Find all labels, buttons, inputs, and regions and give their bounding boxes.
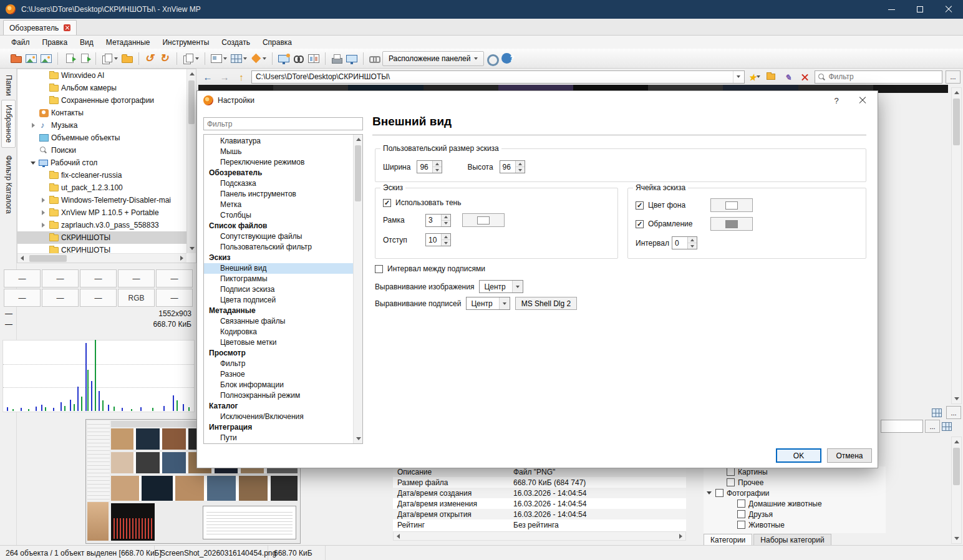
category-item[interactable]: Друзья: [704, 509, 886, 519]
share-button[interactable]: [367, 51, 382, 67]
frame-stepper[interactable]: 3: [425, 214, 451, 227]
print-button[interactable]: [329, 51, 344, 67]
grid-view-icon[interactable]: [942, 422, 952, 431]
settings-filter-input[interactable]: [203, 117, 363, 130]
settings-nav-item[interactable]: Цветовые метки: [204, 337, 353, 348]
settings-nav-scrollbar[interactable]: [353, 135, 362, 443]
forward-button[interactable]: [218, 70, 231, 84]
width-stepper[interactable]: 96: [417, 160, 442, 173]
edit-favorites-button[interactable]: [781, 70, 795, 84]
settings-nav-item[interactable]: Цвета подписей: [204, 295, 353, 306]
settings-nav-item[interactable]: Переключение режимов: [204, 157, 353, 168]
help-button[interactable]: [499, 51, 514, 67]
category-item[interactable]: Животные: [704, 519, 886, 530]
filter-search-box[interactable]: [815, 70, 942, 84]
settings-nav-item[interactable]: Полноэкранный режим: [204, 390, 353, 401]
category-checkbox[interactable]: [715, 489, 723, 497]
tree-item[interactable]: Альбом камеры: [17, 82, 186, 94]
scroll-left-button[interactable]: [17, 254, 27, 263]
dialog-close-button[interactable]: [854, 94, 871, 107]
category-checkbox[interactable]: [727, 468, 735, 476]
category-item[interactable]: Фотографии: [704, 488, 886, 498]
ok-button[interactable]: OK: [776, 448, 821, 463]
tree-item[interactable]: Музыка: [17, 119, 186, 132]
menu-metadata[interactable]: Метаданные: [100, 37, 157, 48]
border-color-button[interactable]: [710, 217, 753, 231]
tab-category-sets[interactable]: Наборы категорий: [753, 534, 831, 546]
file-info-row[interactable]: РейтингБез рейтинга: [393, 519, 686, 530]
viewer-button[interactable]: [24, 51, 39, 67]
thumbnail-size-button[interactable]: [209, 51, 229, 67]
tree-item[interactable]: ut_pack_1.2.3.100: [17, 181, 186, 194]
tree-item[interactable]: Рабочий стол: [17, 157, 186, 169]
more-button[interactable]: ...: [925, 420, 940, 433]
sidebar-tab-favorites[interactable]: Избранное: [1, 100, 16, 148]
settings-nav-item[interactable]: Интеграция: [204, 422, 353, 433]
tree-item[interactable]: СКРИНШОТЫ: [17, 231, 186, 244]
settings-nav-item[interactable]: Просмотр: [204, 348, 353, 359]
import-button[interactable]: [62, 51, 77, 67]
border-checkbox[interactable]: [636, 220, 644, 228]
scroll-up-button[interactable]: [952, 88, 961, 97]
settings-nav-item[interactable]: Внешний вид: [204, 263, 353, 274]
tree-vertical-scrollbar[interactable]: [186, 69, 196, 253]
batch-convert-button[interactable]: [181, 51, 201, 67]
chevron-right-icon[interactable]: [42, 223, 45, 228]
scrollbar-thumb[interactable]: [953, 448, 960, 485]
tab-browser[interactable]: Обозреватель: [3, 20, 77, 35]
fullscreen-button[interactable]: [39, 51, 54, 67]
more-button[interactable]: ...: [946, 406, 961, 419]
tab-close-icon[interactable]: [64, 24, 70, 31]
browser-button[interactable]: [9, 51, 24, 67]
category-item[interactable]: Прочее: [704, 477, 886, 488]
scroll-down-button[interactable]: [952, 394, 961, 403]
file-info-row[interactable]: Размер файла668.70 КиБ (684 747): [393, 477, 686, 488]
add-favorite-button[interactable]: [764, 70, 778, 84]
bg-color-checkbox[interactable]: [636, 201, 644, 210]
chevron-right-icon[interactable]: [42, 198, 45, 203]
cancel-button[interactable]: Отмена: [827, 448, 872, 463]
settings-nav-item[interactable]: Список файлов: [204, 221, 353, 231]
settings-nav-item[interactable]: Фильтр: [204, 359, 353, 369]
spacing-stepper[interactable]: 0: [672, 236, 697, 249]
filter-input[interactable]: [828, 72, 939, 81]
chevron-right-icon[interactable]: [32, 123, 35, 128]
spin-up-button[interactable]: [688, 237, 697, 243]
scroll-down-button[interactable]: [952, 534, 961, 543]
settings-nav-item[interactable]: Сопутствующие файлы: [204, 231, 353, 242]
tree-item[interactable]: Winxvideo AI: [17, 69, 186, 82]
settings-nav-item[interactable]: Кодировка: [204, 327, 353, 337]
margin-stepper[interactable]: 10: [425, 233, 451, 246]
scroll-left-button[interactable]: [394, 531, 403, 541]
settings-nav-item[interactable]: Пиктограммы: [204, 274, 353, 284]
font-button[interactable]: MS Shell Dlg 2: [515, 297, 577, 310]
scrollbar-thumb[interactable]: [29, 255, 67, 262]
use-shadow-checkbox[interactable]: [383, 199, 391, 207]
scrollbar-thumb[interactable]: [953, 99, 960, 145]
menu-help[interactable]: Справка: [256, 37, 298, 48]
scroll-down-button[interactable]: [354, 434, 363, 443]
category-checkbox[interactable]: [737, 521, 745, 529]
search-button[interactable]: [291, 51, 306, 67]
spin-up-button[interactable]: [442, 215, 450, 221]
settings-nav-item[interactable]: Каталог: [204, 401, 353, 412]
spin-down-button[interactable]: [688, 243, 697, 249]
caption-spacing-checkbox[interactable]: [375, 265, 383, 273]
scroll-up-button[interactable]: [952, 437, 961, 447]
settings-nav-item[interactable]: Блок информации: [204, 380, 353, 390]
tree-item[interactable]: СКРИНШОТЫ: [17, 244, 186, 253]
chevron-down-icon[interactable]: [707, 491, 712, 495]
category-checkbox[interactable]: [737, 510, 745, 518]
remove-favorite-button[interactable]: [798, 70, 811, 84]
close-button[interactable]: [934, 0, 963, 19]
up-button[interactable]: [235, 70, 248, 84]
browser-vertical-scrollbar[interactable]: [951, 87, 962, 404]
bg-color-button[interactable]: [710, 198, 753, 212]
tree-item[interactable]: Сохраненные фотографии: [17, 94, 186, 107]
redo-button[interactable]: [158, 51, 173, 67]
scrollbar-thumb[interactable]: [355, 145, 361, 201]
category-filter-input[interactable]: [881, 420, 923, 433]
compare-button[interactable]: [306, 51, 321, 67]
settings-nav-item[interactable]: Обозреватель: [204, 168, 353, 178]
settings-nav-item[interactable]: Столбцы: [204, 210, 353, 221]
